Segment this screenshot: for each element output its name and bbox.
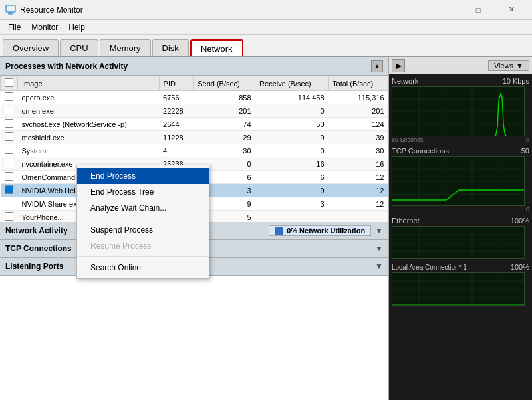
row-checkbox[interactable] — [5, 146, 13, 154]
table-header-row: Image PID Send (B/sec) Receive (B/sec) T… — [1, 76, 388, 91]
ctx-end-process-tree[interactable]: End Process Tree — [77, 184, 209, 200]
row-checkbox[interactable] — [5, 159, 13, 167]
table-row[interactable]: omen.exe222282010201 — [1, 104, 388, 118]
network-chart-title: Network — [392, 77, 418, 85]
tab-cpu[interactable]: CPU — [60, 39, 98, 56]
menu-monitor[interactable]: Monitor — [26, 21, 63, 33]
svg-rect-1 — [9, 12, 12, 13]
ethernet-chart-value: 100% — [511, 217, 529, 225]
right-top-bar: ▶ Views ▼ — [389, 57, 532, 74]
row-checkbox[interactable] — [5, 132, 13, 141]
table-row[interactable]: System430030 — [1, 144, 388, 157]
cell-pid: 2644 — [159, 118, 194, 131]
ethernet-chart-title: Ethernet — [392, 217, 420, 225]
row-checkbox[interactable] — [5, 199, 13, 207]
ethernet-chart-label-row: Ethernet 100% — [392, 217, 529, 225]
cell-total: 39 — [329, 131, 388, 144]
local-area-chart-title: Local Area Connection* 1 — [392, 264, 467, 271]
cell-image: omen.exe — [18, 104, 160, 118]
table-row[interactable]: opera.exe6756858114,458115,316 — [1, 91, 388, 104]
window-title: Resource Monitor — [20, 5, 430, 15]
right-expand-btn[interactable]: ▶ — [392, 59, 405, 72]
network-util-badge: 0% Network Utilization — [269, 225, 371, 236]
col-pid[interactable]: PID — [159, 76, 194, 91]
cell-receive: 9 — [255, 184, 329, 197]
table-row[interactable]: mcshield.exe1122829939 — [1, 131, 388, 144]
select-all-checkbox[interactable] — [5, 78, 13, 87]
window-controls: — □ ✕ — [430, 0, 527, 20]
menu-bar: File Monitor Help — [0, 20, 532, 35]
svg-rect-2 — [8, 13, 13, 15]
views-arrow-icon: ▼ — [516, 62, 523, 70]
ctx-separator-1 — [77, 219, 209, 219]
tcp-chart-svg — [392, 157, 525, 206]
col-checkbox[interactable] — [1, 76, 18, 91]
tab-memory[interactable]: Memory — [100, 39, 151, 56]
minimize-button[interactable]: — — [430, 0, 460, 20]
table-row[interactable]: svchost.exe (NetworkService -p)264474501… — [1, 118, 388, 131]
cell-total: 12 — [329, 184, 388, 197]
processes-section-title: Processes with Network Activity — [5, 62, 128, 71]
processes-expand-btn[interactable]: ▲ — [371, 60, 383, 72]
cell-receive: 9 — [255, 131, 329, 144]
ctx-analyze-wait-chain[interactable]: Analyze Wait Chain... — [77, 200, 209, 216]
tcp-chart-canvas — [392, 156, 525, 206]
cell-pid: 11228 — [159, 131, 194, 144]
network-chart-svg — [392, 87, 525, 136]
row-checkbox[interactable] — [5, 172, 13, 181]
network-chart-canvas — [392, 86, 525, 136]
tab-network[interactable]: Network — [190, 39, 243, 56]
row-checkbox[interactable] — [5, 119, 13, 128]
cell-send: 29 — [194, 131, 255, 144]
col-image[interactable]: Image — [18, 76, 160, 91]
col-total[interactable]: Total (B/sec) — [329, 76, 388, 91]
row-checkbox[interactable] — [5, 106, 13, 114]
cell-pid: 6756 — [159, 91, 194, 104]
cell-total: 16 — [329, 157, 388, 171]
charts-section: Network 10 Kbps — [389, 74, 532, 400]
maximize-button[interactable]: □ — [463, 0, 493, 20]
cell-receive: 0 — [255, 144, 329, 157]
network-chart-time-row: 60 Seconds 0 — [392, 136, 529, 143]
svg-rect-0 — [6, 5, 15, 12]
views-button[interactable]: Views ▼ — [488, 60, 529, 71]
ethernet-chart-svg — [392, 227, 525, 259]
network-activity-arrow: ▼ — [375, 226, 383, 235]
network-chart-seconds-value: 0 — [526, 136, 529, 143]
row-checkbox[interactable] — [5, 212, 13, 221]
cell-total: 12 — [329, 197, 388, 211]
tcp-chart-val: 0 — [526, 206, 529, 213]
views-label: Views — [494, 62, 513, 70]
menu-help[interactable]: Help — [63, 21, 90, 33]
cell-receive — [255, 211, 329, 223]
ctx-suspend-process[interactable]: Suspend Process — [77, 222, 209, 238]
network-chart-value: 10 Kbps — [503, 77, 529, 85]
close-button[interactable]: ✕ — [496, 0, 527, 20]
tcp-chart-title: TCP Connections — [392, 147, 449, 155]
app-icon — [5, 5, 16, 15]
cell-send: 858 — [194, 91, 255, 104]
local-area-chart-label-row: Local Area Connection* 1 100% — [392, 263, 529, 271]
tcp-chart-value: 50 — [521, 147, 529, 155]
ctx-end-process[interactable]: End Process — [77, 168, 209, 184]
row-checkbox[interactable] — [5, 92, 13, 101]
local-area-chart-block: Local Area Connection* 1 100% — [392, 263, 529, 306]
tab-disk[interactable]: Disk — [152, 39, 189, 56]
ctx-separator-2 — [77, 256, 209, 257]
cell-pid: 22228 — [159, 104, 194, 118]
col-receive[interactable]: Receive (B/sec) — [255, 76, 329, 91]
menu-file[interactable]: File — [3, 21, 26, 33]
tcp-connections-title: TCP Connections — [5, 244, 72, 253]
listening-ports-title: Listening Ports — [5, 262, 63, 271]
cell-receive: 16 — [255, 157, 329, 171]
col-send[interactable]: Send (B/sec) — [194, 76, 255, 91]
tcp-chart-time-row: 0 — [392, 206, 529, 213]
local-area-chart-value: 100% — [511, 263, 529, 271]
ctx-search-online[interactable]: Search Online — [77, 260, 209, 276]
row-checkbox[interactable] — [5, 185, 13, 194]
tab-overview[interactable]: Overview — [3, 39, 59, 56]
cell-total — [329, 211, 388, 223]
network-chart-label-row: Network 10 Kbps — [392, 77, 529, 85]
cell-image: System — [18, 144, 160, 157]
cell-receive: 3 — [255, 197, 329, 211]
